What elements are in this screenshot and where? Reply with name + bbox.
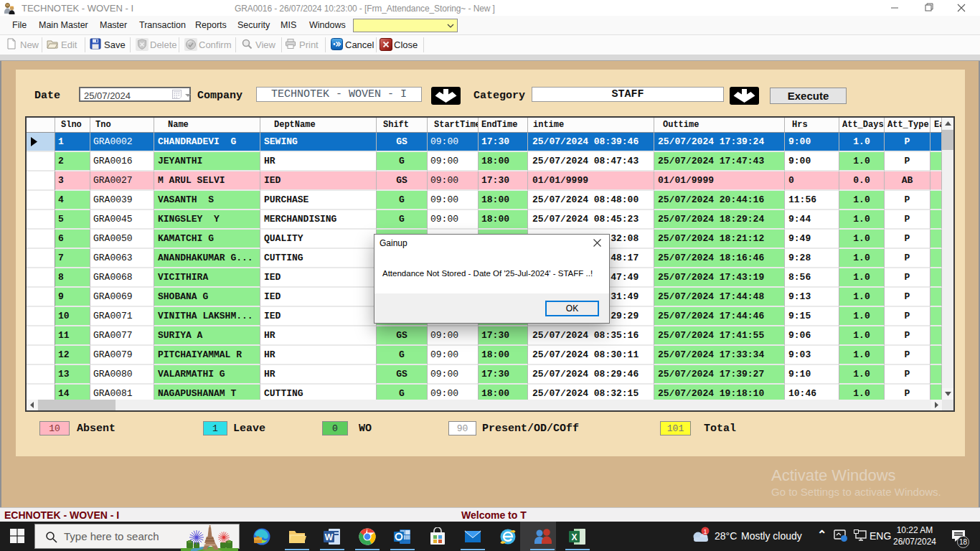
svg-text:W: W [325, 532, 334, 542]
svg-text:X: X [571, 532, 577, 542]
svg-text:1: 1 [703, 528, 707, 535]
